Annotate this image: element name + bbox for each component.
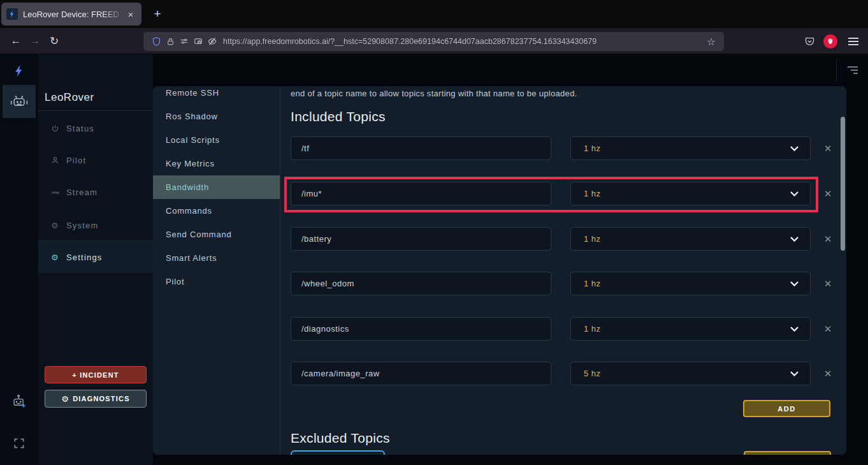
device-rover-icon[interactable] bbox=[3, 85, 36, 118]
rate-select[interactable]: 1 hz bbox=[570, 317, 811, 341]
browser-tab[interactable]: LeoRover Device: FREED × bbox=[1, 3, 141, 26]
description-text: end of a topic name to allow topics star… bbox=[291, 89, 577, 98]
rate-value: 5 hz bbox=[584, 369, 790, 378]
divider bbox=[38, 110, 153, 111]
rate-select[interactable]: 5 hz bbox=[570, 362, 811, 385]
included-topics-heading: Included Topics bbox=[291, 109, 386, 124]
pilot-person-icon bbox=[51, 156, 66, 165]
subnav-item-remote-ssh[interactable]: Remote SSH bbox=[153, 86, 280, 105]
rate-value: 1 hz bbox=[584, 324, 790, 334]
sidebar-item-label: Status bbox=[66, 124, 94, 133]
screen: LeoRover Device: FREED × + ← → ↻ bbox=[0, 0, 868, 465]
sort-filter-icon[interactable] bbox=[844, 66, 858, 74]
toolbar-right-icons bbox=[800, 28, 868, 54]
rate-value: 1 hz bbox=[584, 144, 790, 153]
topic-row: 5 hz ✕ bbox=[280, 362, 846, 385]
excluded-add-button[interactable] bbox=[744, 451, 831, 455]
chevron-down-icon bbox=[790, 146, 799, 151]
rate-select[interactable]: 1 hz bbox=[570, 137, 811, 160]
subnav-item-send-command[interactable]: Send Command bbox=[153, 223, 280, 246]
eye-blocked-icon[interactable] bbox=[205, 34, 219, 48]
remove-topic-button[interactable]: ✕ bbox=[820, 317, 836, 341]
diagnostics-button[interactable]: ⚙ DIAGNOSTICS bbox=[45, 390, 147, 408]
gears-icon: ⚙ bbox=[61, 394, 69, 404]
gear-icon: ⚙ bbox=[51, 253, 66, 262]
chevron-down-icon bbox=[790, 281, 799, 286]
pocket-icon[interactable] bbox=[800, 34, 818, 48]
lock-icon[interactable] bbox=[163, 34, 177, 48]
icon-rail bbox=[0, 54, 38, 465]
chevron-down-icon bbox=[790, 327, 799, 332]
bookmark-star-icon[interactable]: ☆ bbox=[704, 36, 718, 48]
rate-value: 1 hz bbox=[584, 234, 790, 244]
freedom-robotics-app: LeoRover Status Pilot bbox=[0, 54, 868, 465]
subnav-item-bandwidth[interactable]: Bandwidth bbox=[153, 175, 280, 199]
highlight-annotation-box bbox=[284, 177, 818, 212]
incident-button[interactable]: + INCIDENT bbox=[45, 366, 147, 383]
excluded-topic-input[interactable] bbox=[291, 450, 385, 455]
remove-topic-button[interactable]: ✕ bbox=[820, 272, 836, 295]
remove-topic-button[interactable]: ✕ bbox=[820, 227, 836, 251]
diagnostics-label: DIAGNOSTICS bbox=[73, 395, 130, 402]
bandwidth-content: end of a topic name to allow topics star… bbox=[280, 86, 846, 455]
topic-name-input[interactable] bbox=[291, 272, 551, 295]
fullscreen-icon[interactable] bbox=[13, 437, 25, 450]
subnav-list: Remote SSH Ros Shadow Local Scripts Key … bbox=[153, 86, 280, 293]
topic-row: 1 hz ✕ bbox=[280, 272, 846, 295]
settings-subnav: Remote SSH Ros Shadow Local Scripts Key … bbox=[153, 86, 280, 455]
subnav-item-pilot[interactable]: Pilot bbox=[153, 270, 280, 293]
topic-name-input[interactable] bbox=[291, 362, 551, 385]
remove-topic-button[interactable]: ✕ bbox=[820, 182, 836, 205]
settings-card: Remote SSH Ros Shadow Local Scripts Key … bbox=[153, 86, 846, 455]
excluded-topics-heading: Excluded Topics bbox=[291, 431, 390, 446]
menu-hamburger-icon[interactable] bbox=[844, 32, 863, 51]
freedom-bolt-logo-icon[interactable] bbox=[13, 63, 25, 78]
reload-button[interactable]: ↻ bbox=[45, 31, 64, 50]
rate-select[interactable]: 1 hz bbox=[570, 227, 811, 251]
subnav-item-commands[interactable]: Commands bbox=[153, 199, 280, 223]
permissions-sliders-icon[interactable] bbox=[177, 34, 191, 48]
sidebar-item-status[interactable]: Status bbox=[38, 112, 153, 144]
back-button[interactable]: ← bbox=[6, 31, 25, 50]
forward-button[interactable]: → bbox=[25, 31, 45, 50]
url-bar[interactable]: https://app.freedomrobotics.ai/?__hstc=5… bbox=[143, 32, 724, 51]
sidebar-item-label: Stream bbox=[66, 188, 98, 197]
gear-icon: ⚙ bbox=[51, 221, 66, 230]
sidebar-item-label: Pilot bbox=[66, 156, 86, 165]
rate-select[interactable]: 1 hz bbox=[570, 272, 811, 295]
remove-topic-button[interactable]: ✕ bbox=[820, 137, 836, 160]
subnav-item-key-metrics[interactable]: Key Metrics bbox=[153, 152, 280, 175]
tab-title: LeoRover Device: FREED bbox=[23, 10, 125, 19]
sidebar-item-settings[interactable]: ⚙ Settings bbox=[38, 241, 153, 273]
content-scrollbar-thumb[interactable] bbox=[841, 117, 845, 251]
stream-wave-icon bbox=[51, 188, 66, 196]
header-divider bbox=[836, 59, 837, 82]
blocker-extension-hand-icon[interactable] bbox=[823, 34, 837, 48]
topic-name-input[interactable] bbox=[291, 317, 551, 341]
add-device-robot-plus-icon[interactable] bbox=[10, 392, 29, 411]
topic-name-input[interactable] bbox=[291, 227, 551, 251]
sidebar-item-pilot[interactable]: Pilot bbox=[38, 144, 153, 176]
topic-row: 1 hz ✕ bbox=[280, 227, 846, 251]
tab-close-icon[interactable]: × bbox=[125, 9, 136, 20]
autoplay-blocked-icon[interactable] bbox=[191, 34, 205, 48]
sidebar-item-system[interactable]: ⚙ System bbox=[38, 209, 153, 241]
remove-topic-button[interactable]: ✕ bbox=[820, 362, 836, 385]
tracking-shield-icon[interactable] bbox=[149, 34, 163, 48]
add-topic-button[interactable]: ADD bbox=[743, 400, 830, 417]
topic-name-input[interactable] bbox=[291, 137, 551, 160]
freedom-robotics-bolt-favicon bbox=[6, 8, 18, 20]
subnav-item-local-scripts[interactable]: Local Scripts bbox=[153, 128, 280, 152]
new-tab-button[interactable]: + bbox=[148, 5, 166, 23]
rate-value: 1 hz bbox=[584, 279, 790, 288]
subnav-item-ros-shadow[interactable]: Ros Shadow bbox=[153, 105, 280, 128]
chevron-down-icon bbox=[790, 371, 799, 376]
topic-row: 1 hz ✕ bbox=[280, 137, 846, 160]
sidebar-item-stream[interactable]: Stream bbox=[38, 176, 153, 208]
url-text[interactable]: https://app.freedomrobotics.ai/?__hstc=5… bbox=[223, 37, 704, 46]
topic-row: 1 hz ✕ bbox=[280, 317, 846, 341]
sidebar-item-label: Settings bbox=[66, 253, 103, 262]
chevron-down-icon bbox=[790, 237, 799, 242]
sidebar-item-label: System bbox=[66, 221, 99, 230]
subnav-item-smart-alerts[interactable]: Smart Alerts bbox=[153, 246, 280, 270]
